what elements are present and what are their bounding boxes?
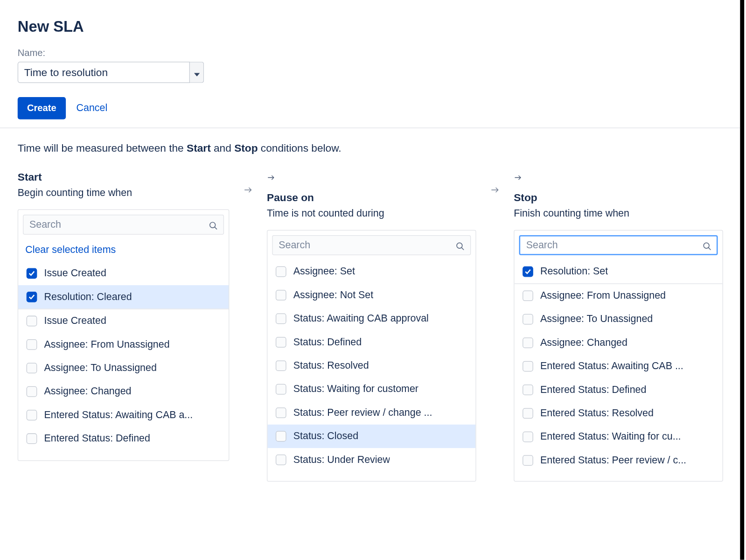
list-item-label: Status: Peer review / change ...: [293, 407, 432, 419]
list-item[interactable]: Entered Status: Awaiting CAB ...: [515, 355, 723, 378]
svg-point-4: [457, 243, 462, 248]
list-item-label: Entered Status: Peer review / c...: [540, 455, 686, 466]
intro-mid: and: [211, 142, 234, 154]
start-heading: Start: [18, 171, 230, 183]
checkbox[interactable]: [276, 314, 286, 324]
pause-search-input[interactable]: [272, 235, 471, 255]
search-icon: [456, 240, 465, 250]
start-subheading: Begin counting time when: [18, 187, 230, 199]
list-item-label: Status: Waiting for customer: [293, 384, 418, 395]
list-item[interactable]: Entered Status: Waiting for cu...: [515, 425, 723, 448]
stop-search-input[interactable]: [519, 235, 718, 255]
list-item[interactable]: Entered Status: Defined: [515, 378, 723, 401]
list-item[interactable]: Issue Created: [18, 262, 229, 285]
checkbox[interactable]: [27, 292, 37, 302]
list-item[interactable]: Resolution: Set: [515, 260, 723, 283]
checkbox[interactable]: [523, 432, 533, 442]
list-item[interactable]: Assignee: To Unassigned: [18, 357, 229, 380]
pause-subheading: Time is not counted during: [267, 208, 476, 219]
list-item-label: Entered Status: Waiting for cu...: [540, 431, 681, 443]
list-item-label: Issue Created: [44, 267, 106, 279]
list-item[interactable]: Entered Status: Peer review / c...: [515, 448, 723, 472]
checkbox[interactable]: [523, 361, 533, 372]
sla-name-dropdown-toggle[interactable]: [190, 62, 204, 83]
arrow-right-icon: [244, 184, 253, 197]
arrow-separator: [229, 171, 267, 198]
list-item[interactable]: Status: Under Review: [267, 448, 475, 471]
list-item[interactable]: Status: Closed: [267, 425, 475, 448]
search-icon: [209, 220, 218, 229]
list-item[interactable]: Assignee: Not Set: [267, 283, 475, 307]
arrow-right-icon: [490, 184, 500, 197]
checkbox[interactable]: [276, 384, 286, 395]
start-search-input[interactable]: [23, 215, 224, 235]
checkbox[interactable]: [276, 407, 286, 418]
stop-heading: Stop: [514, 192, 723, 204]
list-item[interactable]: Issue Created: [18, 309, 229, 333]
checkbox[interactable]: [27, 339, 37, 350]
arrow-right-icon: [267, 171, 476, 185]
checkbox[interactable]: [27, 316, 37, 327]
checkbox[interactable]: [27, 268, 37, 279]
sla-name-input[interactable]: [18, 62, 190, 83]
list-item[interactable]: Status: Defined: [267, 330, 475, 354]
start-panel: Clear selected items Issue CreatedResolu…: [18, 210, 230, 461]
checkbox[interactable]: [276, 431, 286, 442]
list-item-label: Assignee: From Unassigned: [44, 339, 170, 350]
list-item-label: Assignee: From Unassigned: [540, 290, 666, 301]
list-item-label: Assignee: Not Set: [293, 289, 373, 301]
list-item-label: Entered Status: Resolved: [540, 407, 654, 419]
checkbox[interactable]: [276, 290, 286, 301]
checkbox[interactable]: [523, 314, 533, 325]
checkbox[interactable]: [276, 266, 286, 277]
checkbox[interactable]: [276, 360, 286, 371]
checkbox[interactable]: [523, 290, 533, 301]
list-item-label: Status: Under Review: [293, 454, 390, 466]
list-item-label: Issue Created: [44, 315, 106, 327]
list-item-label: Status: Awaiting CAB approval: [293, 313, 429, 324]
list-item-label: Entered Status: Awaiting CAB ...: [540, 360, 683, 372]
list-item[interactable]: Assignee: Set: [267, 260, 475, 283]
list-item-label: Status: Resolved: [293, 360, 369, 371]
checkbox[interactable]: [276, 455, 286, 465]
cancel-link[interactable]: Cancel: [77, 102, 108, 114]
checkbox[interactable]: [523, 385, 533, 395]
checkbox[interactable]: [523, 455, 533, 466]
list-item[interactable]: Entered Status: Resolved: [515, 402, 723, 425]
list-item-label: Assignee: To Unassigned: [540, 314, 653, 325]
list-item[interactable]: Assignee: From Unassigned: [515, 284, 723, 308]
divider: [0, 127, 740, 128]
list-item[interactable]: Resolution: Cleared: [18, 285, 229, 308]
pause-panel: Assignee: SetAssignee: Not SetStatus: Aw…: [267, 230, 476, 482]
checkbox[interactable]: [523, 337, 533, 348]
stop-column: Stop Finish counting time when Resolutio…: [514, 171, 723, 482]
list-item[interactable]: Assignee: To Unassigned: [515, 308, 723, 331]
create-button[interactable]: Create: [18, 97, 66, 119]
clear-selected-link[interactable]: Clear selected items: [23, 239, 224, 262]
list-item-label: Entered Status: Defined: [44, 433, 150, 444]
list-item[interactable]: Status: Waiting for customer: [267, 378, 475, 401]
list-item[interactable]: Assignee: Changed: [18, 380, 229, 403]
checkbox[interactable]: [27, 363, 37, 373]
intro-pre: Time will be measured between the: [18, 142, 187, 154]
pause-column: Pause on Time is not counted during Assi…: [267, 171, 476, 482]
list-item[interactable]: Status: Resolved: [267, 354, 475, 378]
list-item[interactable]: Assignee: From Unassigned: [18, 333, 229, 356]
checkbox[interactable]: [27, 386, 37, 397]
list-item[interactable]: Status: Peer review / change ...: [267, 401, 475, 424]
caret-down-icon: [194, 65, 200, 79]
list-item[interactable]: Entered Status: Defined: [18, 427, 229, 450]
list-item[interactable]: Entered Status: Awaiting CAB a...: [18, 403, 229, 427]
list-item-label: Assignee: Changed: [44, 386, 132, 398]
checkbox[interactable]: [523, 266, 533, 277]
list-item[interactable]: Assignee: Changed: [515, 331, 723, 354]
checkbox[interactable]: [27, 410, 37, 420]
checkbox[interactable]: [27, 434, 37, 444]
list-item[interactable]: Status: Awaiting CAB approval: [267, 307, 475, 330]
conditions-intro: Time will be measured between the Start …: [18, 142, 723, 154]
checkbox[interactable]: [276, 337, 286, 348]
checkbox[interactable]: [523, 408, 533, 419]
name-label: Name:: [18, 48, 723, 58]
arrow-separator: [476, 171, 514, 198]
intro-post: conditions below.: [258, 142, 342, 154]
